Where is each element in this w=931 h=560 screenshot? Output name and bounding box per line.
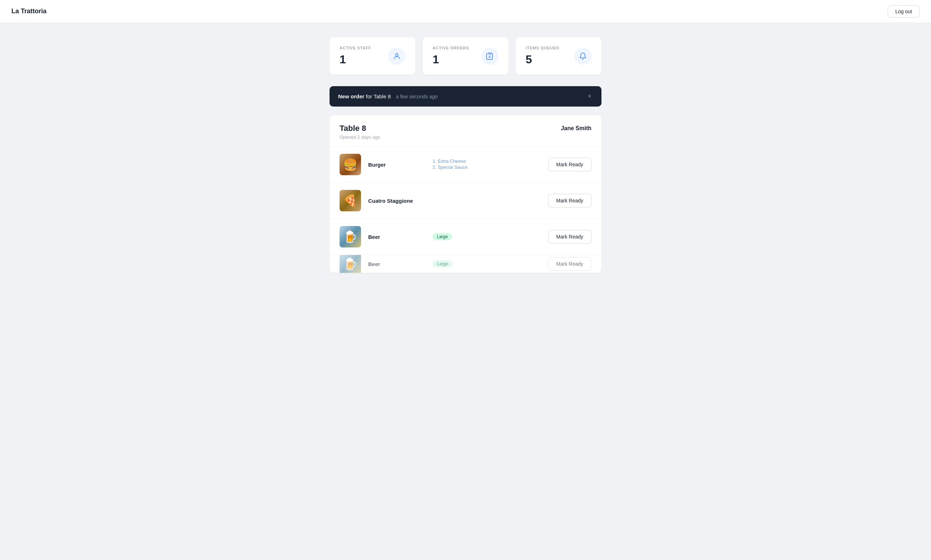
item-modifiers: 1. Extra Cheese 2. Special Sauce	[433, 158, 541, 171]
order-item: Beer Large Mark Ready	[330, 255, 601, 273]
active-orders-card: ACTIVE ORDERS 1	[422, 37, 509, 75]
order-info: Table 8 Opened 2 days ago	[339, 124, 380, 140]
stats-row: ACTIVE STAFF 1 ACTIVE ORDERS 1	[330, 37, 601, 75]
order-item: Burger 1. Extra Cheese 2. Special Sauce …	[330, 147, 601, 183]
active-orders-label: ACTIVE ORDERS	[433, 46, 469, 50]
items-queued-card: ITEMS QUEUED 5	[516, 37, 601, 75]
item-image-beer2	[339, 255, 361, 273]
mark-ready-button[interactable]: Mark Ready	[548, 194, 592, 208]
notification-close-button[interactable]: ×	[586, 92, 593, 100]
person-icon-wrapper	[388, 48, 405, 65]
order-header: Table 8 Opened 2 days ago Jane Smith	[330, 115, 601, 147]
notification-message: New order for Table 8 a few seconds ago	[338, 93, 438, 100]
order-item: Beer Large Mark Ready	[330, 219, 601, 255]
order-item: Cuatro Staggione Mark Ready	[330, 183, 601, 219]
item-name: Beer	[368, 234, 425, 240]
notification-middle: for Table 8	[364, 93, 391, 99]
clipboard-icon-wrapper	[481, 48, 498, 65]
active-staff-value: 1	[339, 53, 371, 66]
order-opened: Opened 2 days ago	[339, 134, 380, 140]
person-icon	[393, 52, 401, 60]
order-staff: Jane Smith	[561, 124, 592, 132]
notification-time: a few seconds ago	[396, 94, 438, 99]
item-image-beer	[339, 226, 361, 248]
stat-info: ACTIVE STAFF 1	[339, 46, 371, 66]
item-image-pizza	[339, 190, 361, 211]
mark-ready-button[interactable]: Mark Ready	[548, 257, 592, 271]
modifier-line: 1. Extra Cheese	[433, 158, 541, 164]
logout-button[interactable]: Log out	[888, 5, 920, 17]
item-image-burger	[339, 154, 361, 175]
stat-info: ITEMS QUEUED 5	[526, 46, 559, 66]
header: La Trattoria Log out	[0, 0, 931, 23]
mark-ready-button[interactable]: Mark Ready	[548, 158, 592, 171]
active-staff-card: ACTIVE STAFF 1	[330, 37, 415, 75]
item-size-tag: Large	[433, 260, 452, 268]
main-content: ACTIVE STAFF 1 ACTIVE ORDERS 1	[322, 23, 609, 287]
order-table-name: Table 8	[339, 124, 380, 133]
item-name: Burger	[368, 162, 425, 168]
notification-text: New order for Table 8 a few seconds ago	[338, 93, 438, 99]
bell-icon	[579, 52, 587, 60]
item-size-tag: Large	[433, 233, 452, 240]
item-name: Cuatro Staggione	[368, 198, 425, 204]
stat-info: ACTIVE ORDERS 1	[433, 46, 469, 66]
item-modifiers: Large	[433, 233, 541, 240]
notification-prefix: New order	[338, 93, 364, 99]
app-title: La Trattoria	[11, 8, 46, 15]
active-staff-label: ACTIVE STAFF	[339, 46, 371, 50]
clipboard-icon	[486, 52, 494, 60]
item-modifiers: Large	[433, 260, 541, 268]
order-card: Table 8 Opened 2 days ago Jane Smith Bur…	[330, 115, 601, 273]
items-queued-label: ITEMS QUEUED	[526, 46, 559, 50]
items-queued-value: 5	[526, 53, 559, 66]
item-name: Beer	[368, 261, 425, 267]
svg-point-0	[395, 53, 398, 56]
bell-icon-wrapper	[574, 48, 592, 65]
modifier-line: 2. Special Sauce	[433, 165, 541, 170]
notification-banner: New order for Table 8 a few seconds ago …	[330, 86, 601, 106]
mark-ready-button[interactable]: Mark Ready	[548, 230, 592, 243]
active-orders-value: 1	[433, 53, 469, 66]
svg-rect-1	[489, 52, 491, 54]
